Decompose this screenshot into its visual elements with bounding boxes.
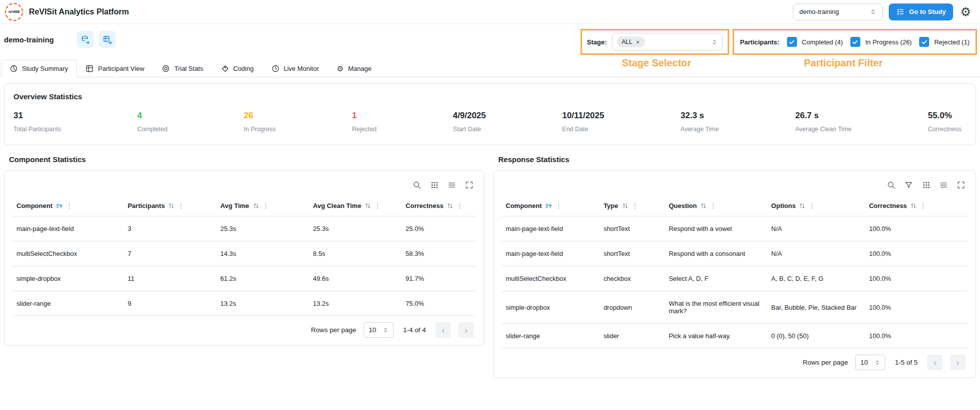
column-menu-icon[interactable] [556, 203, 562, 209]
cell: Pick a value half-way. [665, 324, 767, 349]
column-menu-icon[interactable] [178, 203, 184, 209]
checkbox-checked-icon [850, 37, 860, 47]
density-button[interactable] [447, 181, 456, 190]
settings-gear-icon[interactable]: ⚙ [959, 6, 972, 18]
component-statistics-section: Component Statistics Component Participa… [4, 148, 484, 346]
columns-button[interactable] [922, 181, 931, 190]
filter-icon [904, 181, 913, 190]
next-page-button[interactable]: › [458, 322, 474, 338]
cell: Select A, D, F [665, 266, 767, 291]
next-page-button[interactable]: › [950, 355, 966, 370]
header-row: Component Participants Avg Time Avg Clea… [12, 196, 476, 216]
cell: 7 [124, 241, 216, 266]
column-header-component[interactable]: Component [12, 196, 124, 216]
cell: shortText [599, 241, 665, 266]
cell: 11 [124, 266, 216, 291]
cell: main-page-text-field [502, 241, 599, 266]
sort-icon [365, 203, 371, 209]
table-row: multiSelectCheckbox 7 14.3s 8.5s 58.3% [12, 241, 476, 266]
column-menu-icon[interactable] [457, 203, 463, 209]
stat-end-date: 10/11/2025 End Date [562, 111, 604, 133]
stage-tag-pill: ALL × [617, 36, 645, 47]
column-menu-icon[interactable] [375, 203, 381, 209]
density-button[interactable] [939, 181, 948, 190]
go-to-study-button[interactable]: Go to Study [889, 3, 954, 20]
column-menu-icon[interactable] [809, 203, 815, 209]
fullscreen-button[interactable] [957, 181, 966, 190]
table-row: simple-dropbox dropdown What is the most… [502, 291, 968, 324]
rows-per-page-select[interactable]: 10 [364, 322, 393, 338]
rows-per-page-select[interactable]: 10 [855, 355, 885, 370]
stat-value: 4/9/2025 [453, 111, 486, 121]
column-header-avg-clean-time[interactable]: Avg Clean Time [309, 196, 402, 216]
annotation-labels: Stage Selector Participant Filter [581, 57, 977, 69]
export-table-button[interactable] [99, 31, 116, 48]
main-content: Overview Statistics 31 Total Participant… [0, 77, 980, 378]
chevron-up-down-icon [874, 360, 880, 366]
cell: 61.2s [216, 266, 309, 291]
response-statistics-title: Response Statistics [498, 155, 976, 164]
response-statistics-card: Component Type Question Options Correctn… [493, 170, 976, 378]
search-button[interactable] [412, 181, 421, 190]
columns-icon [922, 181, 931, 190]
column-header-correctness[interactable]: Correctness [865, 196, 968, 216]
column-header-avg-time[interactable]: Avg Time [216, 196, 309, 216]
column-header-type[interactable]: Type [599, 196, 665, 216]
previous-page-button[interactable]: ‹ [927, 355, 943, 370]
column-header-component[interactable]: Component [502, 196, 599, 216]
column-menu-icon[interactable] [66, 203, 72, 209]
column-header-correctness[interactable]: Correctness [401, 196, 476, 216]
stat-value: 26.7 s [795, 111, 851, 121]
cell: 13.2s [216, 291, 309, 316]
cell: simple-dropbox [502, 291, 599, 324]
column-label: Type [603, 202, 618, 209]
chevron-up-down-icon [711, 39, 718, 45]
cell: multiSelectCheckbox [502, 266, 599, 291]
filter-button[interactable] [904, 181, 913, 190]
sort-ascending-icon [56, 203, 63, 209]
checkbox-checked-icon [787, 37, 797, 47]
column-label: Avg Time [220, 202, 249, 209]
remove-tag-icon[interactable]: × [636, 39, 640, 45]
checkbox-completed-label: Completed (4) [802, 38, 843, 46]
column-menu-icon[interactable] [710, 203, 716, 209]
columns-icon [430, 181, 439, 190]
column-header-participants[interactable]: Participants [124, 196, 216, 216]
columns-button[interactable] [430, 181, 439, 190]
sort-icon [447, 203, 453, 209]
previous-page-button[interactable]: ‹ [435, 322, 451, 338]
stat-value: 55.0% [928, 111, 962, 121]
stat-label: Average Clean Time [795, 126, 851, 133]
column-header-options[interactable]: Options [767, 196, 865, 216]
header-row: Component Type Question Options Correctn… [502, 196, 968, 216]
cell: slider-range [12, 291, 124, 316]
rows-per-page-label: Rows per page [802, 359, 848, 366]
column-label: Question [669, 202, 697, 209]
rows-per-page-label: Rows per page [311, 326, 356, 334]
go-to-study-label: Go to Study [909, 8, 946, 15]
stat-label: Rejected [352, 126, 377, 133]
fullscreen-button[interactable] [465, 181, 474, 190]
cell: 3 [124, 216, 216, 241]
export-data-button[interactable] [77, 31, 94, 48]
column-header-question[interactable]: Question [665, 196, 767, 216]
column-menu-icon[interactable] [263, 203, 269, 209]
stat-value: 31 [13, 111, 61, 121]
search-button[interactable] [887, 181, 896, 190]
stat-value: 26 [244, 111, 276, 121]
cell: 49.6s [309, 266, 402, 291]
column-menu-icon[interactable] [632, 203, 638, 209]
checkbox-in-progress[interactable]: In Progress (26) [850, 37, 912, 47]
sort-icon [910, 203, 917, 209]
rows-per-page-value: 10 [860, 359, 868, 366]
study-select[interactable]: demo-training [793, 3, 883, 20]
pagination-range: 1-5 of 5 [895, 359, 918, 366]
checkbox-rejected[interactable]: Rejected (1) [919, 37, 970, 47]
table-footer: Rows per page 10 1-4 of 4 ‹ › [12, 315, 476, 345]
column-menu-icon[interactable] [920, 203, 926, 209]
stat-value: 4 [137, 111, 167, 121]
checkbox-completed[interactable]: Completed (4) [787, 37, 843, 47]
sort-ascending-icon [545, 203, 552, 209]
stage-select[interactable]: ALL × [612, 33, 723, 51]
stage-selector-annotation: Stage Selector [581, 57, 733, 69]
